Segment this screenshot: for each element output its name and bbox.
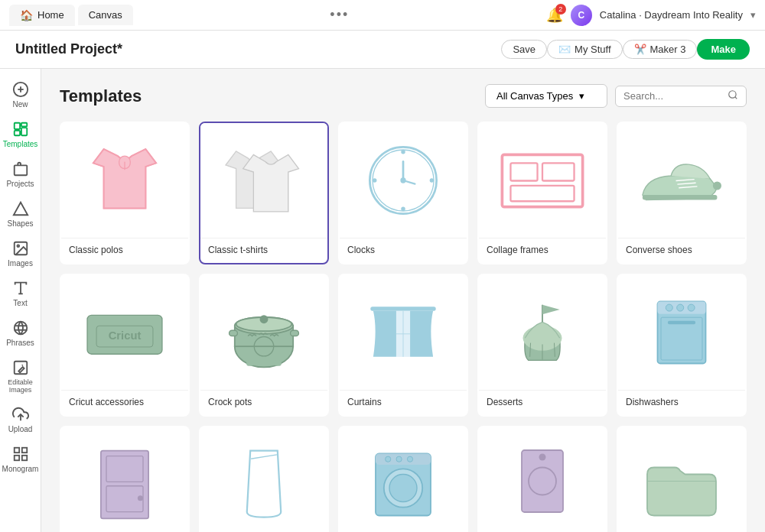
tab-canvas[interactable]: Canvas [78, 5, 133, 25]
svg-line-79 [251, 455, 277, 459]
content-header: Templates All Canvas Types ▾ [60, 84, 747, 108]
sidebar-item-new[interactable]: New [0, 75, 41, 115]
svg-point-32 [430, 178, 434, 182]
mystuff-button[interactable]: ✉️ My Stuff [547, 40, 622, 59]
sidebar-images-label: Images [8, 259, 33, 268]
card-image-clocks [340, 123, 467, 238]
card-label-cricut-accessories: Cricut accessories [61, 390, 188, 415]
dryer-illustration [369, 446, 438, 523]
template-card-crock-pots[interactable]: Crock pots [199, 274, 329, 417]
template-card-dishwashers[interactable]: Dishwashers [617, 274, 747, 417]
svg-point-13 [14, 322, 27, 335]
shoe-illustration [632, 148, 731, 213]
card-label-dishwashers: Dishwashers [618, 390, 745, 415]
template-card-collage-frames[interactable]: Collage frames [477, 122, 607, 264]
notification-badge: 2 [555, 4, 566, 15]
sidebar-new-label: New [12, 100, 28, 109]
template-card-earrings[interactable] [477, 426, 607, 532]
project-title: Untitled Project* [15, 41, 122, 57]
card-label-crock-pots: Crock pots [200, 390, 327, 415]
svg-rect-58 [370, 307, 435, 310]
projects-icon [12, 161, 29, 177]
svg-point-72 [688, 304, 695, 311]
sidebar-projects-label: Projects [6, 180, 34, 188]
save-button[interactable]: Save [501, 40, 547, 59]
card-image-desserts [479, 275, 606, 390]
user-chevron-icon[interactable]: ▾ [750, 9, 756, 21]
template-card-classic-polos[interactable]: Classic polos [60, 122, 190, 264]
filter-bar: All Canvas Types ▾ [485, 84, 747, 108]
sidebar-upload-label: Upload [8, 425, 33, 433]
svg-rect-81 [376, 454, 431, 465]
card-label-classic-tshirts: Classic t-shirts [200, 238, 327, 263]
svg-rect-55 [246, 360, 253, 365]
door-illustration [94, 443, 155, 527]
svg-point-86 [389, 475, 417, 502]
svg-rect-22 [14, 456, 18, 460]
card-label-curtains: Curtains [340, 390, 467, 415]
user-name: Catalina · Daydream Into Reality [600, 9, 743, 21]
curtains-illustration [365, 294, 441, 371]
sidebar-editable-images-label: Editable Images [3, 378, 37, 394]
page-title: Templates [60, 86, 142, 106]
svg-point-29 [401, 150, 405, 154]
glass-illustration [233, 443, 295, 527]
card-image-doors [61, 427, 188, 532]
sidebar-item-images[interactable]: Images [0, 234, 41, 274]
sidebar-item-text[interactable]: Text [0, 274, 41, 313]
sidebar-item-projects[interactable]: Projects [0, 154, 41, 194]
sidebar-item-monogram[interactable]: Monogram [0, 440, 41, 479]
scissors-icon: ✂️ [634, 44, 646, 55]
tabs-container: 🏠 Home Canvas [9, 5, 133, 26]
search-icon[interactable] [728, 89, 738, 103]
svg-point-78 [138, 495, 143, 501]
template-card-folders[interactable] [617, 426, 747, 532]
maker-button[interactable]: ✂️ Maker 3 [623, 40, 698, 59]
template-card-classic-tshirts[interactable]: Classic t-shirts [199, 122, 329, 264]
project-bar: Untitled Project* Save ✉️ My Stuff ✂️ Ma… [0, 31, 765, 69]
template-card-converse-shoes[interactable]: Converse shoes [617, 122, 747, 264]
card-label-classic-polos: Classic polos [61, 238, 188, 263]
svg-rect-5 [21, 128, 26, 135]
card-image-dryers [340, 427, 467, 532]
template-card-dryers[interactable] [338, 426, 468, 532]
collage-illustration [496, 148, 588, 213]
svg-point-70 [666, 304, 672, 311]
svg-point-35 [400, 177, 405, 183]
more-options-icon[interactable]: ••• [330, 7, 349, 23]
template-card-doors[interactable] [60, 426, 190, 532]
card-image-classic-tshirts [200, 123, 327, 238]
svg-rect-7 [14, 165, 27, 175]
template-card-desserts[interactable]: Desserts [477, 274, 607, 417]
svg-text:Cricut: Cricut [109, 329, 142, 341]
search-input[interactable] [623, 90, 723, 102]
card-image-earrings [479, 427, 606, 532]
template-card-cricut-accessories[interactable]: Cricut Cricut accessories [60, 274, 190, 417]
notification-bell[interactable]: 🔔 2 [546, 7, 563, 24]
template-card-curtains[interactable]: Curtains [338, 274, 468, 417]
sidebar-item-templates[interactable]: Templates [0, 115, 41, 154]
sidebar-item-phrases[interactable]: Phrases [0, 313, 41, 353]
top-bar-right: 🔔 2 C Catalina · Daydream Into Reality ▾ [546, 5, 756, 26]
card-image-drinking-glasses [200, 427, 327, 532]
tab-home[interactable]: 🏠 Home [9, 5, 75, 26]
tab-canvas-label: Canvas [89, 9, 122, 21]
templates-icon [12, 121, 29, 138]
svg-point-43 [713, 181, 721, 190]
template-card-clocks[interactable]: Clocks [338, 122, 468, 264]
new-icon [12, 81, 29, 98]
canvas-type-dropdown[interactable]: All Canvas Types ▾ [485, 84, 607, 108]
home-icon: 🏠 [20, 9, 33, 21]
svg-line-24 [735, 96, 737, 99]
sidebar-item-editable-images[interactable]: Editable Images [0, 353, 41, 400]
svg-marker-8 [13, 203, 27, 216]
sidebar-item-upload[interactable]: Upload [0, 400, 41, 440]
text-icon [12, 280, 29, 297]
card-image-curtains [340, 275, 467, 390]
template-card-drinking-glasses[interactable] [199, 426, 329, 532]
sidebar-item-shapes[interactable]: Shapes [0, 194, 41, 234]
svg-rect-6 [14, 131, 19, 135]
svg-marker-64 [542, 305, 560, 315]
make-button[interactable]: Make [697, 39, 750, 60]
sidebar-templates-label: Templates [3, 140, 38, 148]
